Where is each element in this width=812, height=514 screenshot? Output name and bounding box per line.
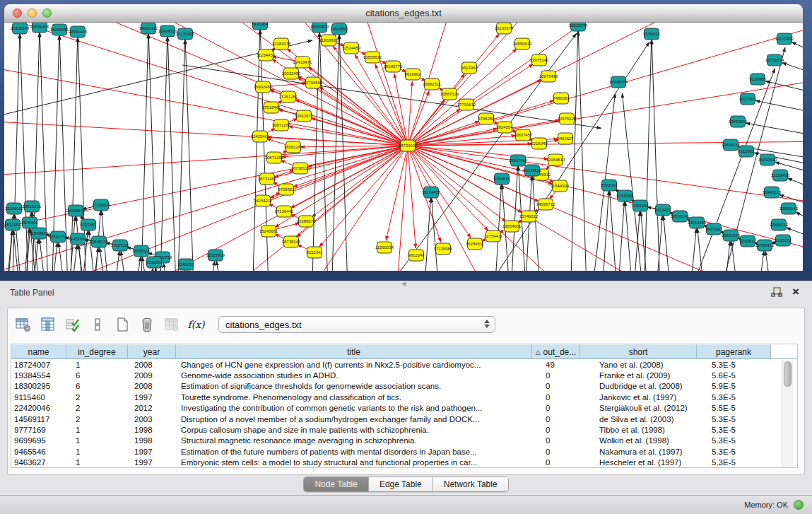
table-cell: Stergiakouli et al. (2012)	[580, 404, 697, 412]
table-row[interactable]: 946554611997Estimation of the future num…	[11, 446, 797, 457]
table-row[interactable]: 2242004622012Investigating the contribut…	[11, 403, 797, 414]
table-cell: 19384554	[11, 371, 66, 380]
zoom-button[interactable]	[42, 8, 52, 18]
table-cell: 0	[532, 393, 580, 402]
graph-node-label: 18185776	[384, 64, 403, 69]
table-row[interactable]: 1456911722003Disruption of a novel membe…	[11, 414, 797, 424]
graph-node-label: 21350544	[11, 26, 30, 30]
graph-node-label: 20691406	[30, 25, 49, 29]
graph-node-label: 10022453	[282, 71, 301, 76]
graph-node-label: 10807457	[514, 133, 533, 137]
graph-node-label: 12093832	[729, 119, 748, 124]
column-header-name[interactable]: name	[11, 344, 66, 358]
graph-node-label: 12450312	[770, 223, 789, 227]
table-row[interactable]: 977716911998Corpus callosum shape and si…	[11, 424, 797, 435]
column-header-title[interactable]: title	[176, 344, 532, 358]
column-header-year[interactable]: year	[128, 344, 176, 358]
column-header-pagerank[interactable]: pagerank	[697, 344, 771, 358]
close-button[interactable]	[13, 8, 22, 18]
table-cell: 1	[66, 448, 128, 456]
table-cell: 2	[66, 404, 128, 412]
table-cell: 1	[66, 361, 128, 369]
network-canvas[interactable]: 1218207811254459224184711002245312756591…	[4, 23, 803, 271]
graph-node-label: 17957222	[111, 243, 130, 247]
dropdown-stepper-icon	[484, 320, 490, 328]
graph-node-label: 20206576	[66, 209, 86, 213]
graph-node-label: 6791934	[616, 194, 633, 198]
table-cell: Dudbridge et al. (2008)	[580, 382, 697, 390]
float-panel-icon[interactable]	[771, 287, 782, 298]
graph-node-label: 20131406	[176, 32, 195, 36]
table-cell: 1	[66, 436, 128, 445]
memory-indicator[interactable]	[794, 500, 804, 510]
graph-node-label: 16210643	[758, 158, 777, 162]
graph-node-label: 6216040	[531, 141, 548, 146]
graph-node-label: 15134457	[422, 190, 441, 194]
table-cell: 5.3E-5	[697, 458, 771, 467]
graph-node-label: 12942757	[49, 235, 68, 239]
window-titlebar[interactable]: citations_edges.txt	[4, 4, 803, 23]
table-row[interactable]: 911546021997Tourette syndrome. Phenomeno…	[11, 392, 797, 402]
minimize-button[interactable]	[28, 8, 37, 18]
graph-node-label: 16738121	[291, 166, 310, 170]
table-cell: 1997	[128, 458, 176, 467]
table-cell: Changes of HCN gene expression and I(f) …	[176, 361, 532, 369]
graph-node-label: 18226081	[50, 28, 69, 32]
graph-node-label: 9154616	[493, 177, 510, 181]
graph-node-label: 22418471	[293, 60, 312, 64]
graph-node-label: 10173432	[775, 37, 794, 41]
graph-node-label: 12756591	[304, 81, 323, 85]
table-panel-titlebar[interactable]: Table Panel ×	[0, 281, 812, 303]
column-header-in_degree[interactable]: in_degree	[66, 344, 128, 358]
table-source-dropdown[interactable]: citations_edges.txt	[218, 316, 495, 333]
graph-node-label: 11663801	[330, 27, 349, 31]
table-cell: 1998	[128, 426, 176, 434]
graph-node-label: 10921345	[722, 233, 741, 238]
graph-node-label: 9797587	[80, 223, 97, 227]
table-cell: de Silva et al. (2003)	[580, 415, 697, 424]
table-cell: 49	[532, 361, 580, 369]
graph-node-label: 9245612	[739, 239, 756, 243]
select-all-icon[interactable]	[63, 315, 82, 334]
table-cell: Genome-wide association studies in ADHD.	[176, 371, 532, 380]
clear-selection-icon[interactable]	[88, 315, 107, 334]
scrollbar-track[interactable]	[782, 360, 793, 467]
graph-node-label: 15957964	[509, 158, 528, 163]
graph-node-label: 21351261	[279, 95, 298, 99]
table-row[interactable]: 1872400712008Changes of HCN gene express…	[11, 359, 797, 370]
scrollbar-thumb[interactable]	[784, 361, 792, 387]
function-builder-icon[interactable]: f(x)	[187, 315, 206, 334]
column-header-short[interactable]: short	[580, 344, 697, 358]
graph-node-label: 8131304	[252, 23, 269, 26]
new-table-icon[interactable]	[112, 315, 131, 334]
graph-node-label: 9152341	[306, 250, 323, 255]
show-columns-icon[interactable]	[38, 315, 57, 334]
table-panel: Table Panel ×	[0, 281, 812, 514]
table-header-row: namein_degreeyeartitle△out_de...shortpag…	[11, 344, 797, 359]
network-graph[interactable]: 1218207811254459224184711002245312756591…	[4, 23, 803, 271]
table-panel-title: Table Panel	[10, 288, 54, 298]
table-cell: 5.3E-5	[697, 426, 771, 434]
import-table-icon[interactable]	[162, 315, 181, 334]
table-cell: 9463627	[11, 458, 66, 467]
table-cell: 18300295	[11, 382, 66, 390]
graph-node-label: 10253141	[671, 214, 690, 218]
table-cell: 5.9E-5	[697, 382, 771, 390]
graph-node-label: 18381261	[284, 145, 303, 149]
graph-node-label: 10973493	[539, 74, 558, 78]
table-row[interactable]: 1830029562008Estimation of significance …	[11, 381, 797, 392]
graph-node-label: 9728361	[278, 187, 295, 192]
delete-table-icon[interactable]	[137, 315, 156, 334]
table-settings-icon[interactable]	[13, 315, 33, 334]
close-panel-icon[interactable]: ×	[792, 286, 799, 298]
table-row[interactable]: 969969511998Structural magnetic resonanc…	[11, 436, 797, 446]
column-header-out_de[interactable]: △out_de...	[532, 344, 580, 358]
table-row[interactable]: 1938455462009Genome-wide association stu…	[11, 370, 797, 380]
tab-edge-table[interactable]: Edge Table	[369, 477, 433, 491]
table-row[interactable]: 946362711997Embryonic stem cells: a mode…	[11, 457, 797, 468]
tab-node-table[interactable]: Node Table	[304, 477, 369, 491]
graph-node-label: 12182078	[272, 42, 291, 46]
tab-network-table[interactable]: Network Table	[433, 477, 508, 491]
table-cell: 2008	[128, 382, 176, 390]
graph-node-label: 76254211	[254, 199, 273, 203]
